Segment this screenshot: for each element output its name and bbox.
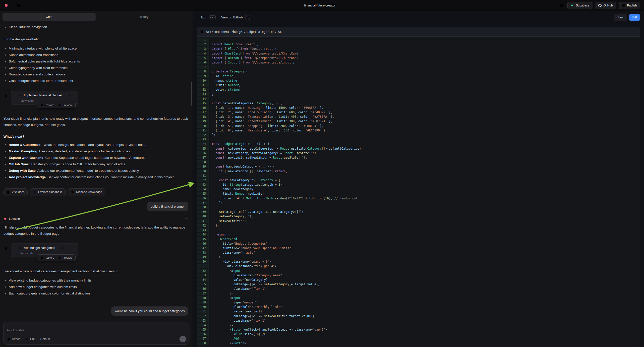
project-name: financial-future-creator <box>304 4 335 7</box>
list-item: GitHub Sync: Transfer your project’s cod… <box>9 161 188 168</box>
code-icon <box>18 246 22 250</box>
publish-label: Publish <box>627 4 637 7</box>
project-menu[interactable]: financial-future-creator <box>304 4 340 7</box>
supabase-icon <box>570 4 574 7</box>
assistant-message-header: Lovable <box>4 217 188 220</box>
settings-button[interactable] <box>559 2 565 8</box>
code-line: 41 setNewLimit(''); <box>197 219 640 223</box>
code-line: 58 <Input <box>197 296 640 300</box>
preview-button[interactable]: Preview <box>56 256 74 260</box>
code-line: 33 id: String(categories.length + 1), <box>197 182 640 187</box>
visit-docs-button[interactable]: Visit docs <box>4 188 28 196</box>
code-line: 43 <box>197 228 640 232</box>
code-line: 39 setCategories([...categories, newCate… <box>197 210 640 214</box>
code-line: 35 limit: Number(newLimit), <box>197 192 640 196</box>
attach-button[interactable]: Attach <box>7 337 21 341</box>
sidebar-toggle-button[interactable] <box>16 2 22 8</box>
lovable-logo-menu[interactable] <box>4 3 12 8</box>
view-on-github-link[interactable]: View on GitHub <box>221 16 243 19</box>
exit-button[interactable]: Exit <box>197 16 206 19</box>
tag-icon <box>71 191 74 194</box>
chevron-up-icon <box>632 30 636 34</box>
code-line: 49 > <box>197 255 640 260</box>
tab-history[interactable]: History <box>97 13 190 21</box>
list-item: Add new budget categories with custom li… <box>9 284 188 290</box>
code-line: 36 color: '#' + Math.floor(Math.random()… <box>197 196 640 201</box>
diff-toggle-button[interactable]: Diff <box>629 14 640 21</box>
attach-label: Attach <box>12 337 20 341</box>
action-card-add-budget-categories[interactable]: Add budget categories View code Restore <box>11 243 78 258</box>
list-item: Glass-morphic elements for a premium fee… <box>9 78 188 84</box>
code-line: 48 className="h-auto" <box>197 250 640 255</box>
bookmark-icon <box>4 247 8 250</box>
mode-selector[interactable]: Default <box>40 337 55 341</box>
explore-supabase-button[interactable]: Explore Supabase <box>30 188 66 196</box>
github-button[interactable]: GitHub <box>595 2 616 9</box>
restore-button[interactable]: Restore <box>38 256 56 260</box>
list-item: View existing budget categories with the… <box>9 277 188 284</box>
composer: Attach Edit Default <box>3 322 190 344</box>
action-card-title: Add budget categories <box>24 246 55 250</box>
code-line: 65 <Button onClick={handleAddCategory} c… <box>197 327 640 332</box>
bookmark-button[interactable] <box>4 246 8 251</box>
code-line: 56 className="flex-1" <box>197 286 640 291</box>
gear-icon <box>560 3 564 8</box>
explore-supabase-label: Explore Supabase <box>38 190 62 194</box>
preview-button[interactable]: Preview <box>56 103 74 107</box>
raw-toggle-button[interactable]: Raw <box>614 14 626 21</box>
external-link-icon <box>245 15 250 20</box>
code-line: 28 <box>197 160 640 164</box>
code-line: 20 { id: '5', name: 'Shopping', limit: 2… <box>197 124 640 128</box>
view-code-link[interactable]: View code <box>20 252 34 255</box>
code-line: 46 title="Budget Categories" <box>197 241 640 246</box>
collapse-file-button[interactable] <box>632 30 636 34</box>
code-line: 27 const [newLimit, setNewLimit] = React… <box>197 155 640 160</box>
code-line: 11 limit: number; <box>197 83 640 87</box>
chevron-left-icon <box>197 16 200 19</box>
send-button[interactable] <box>180 336 186 342</box>
user-message-row: would be cool if you could add budget ca… <box>4 300 188 316</box>
view-code-link[interactable]: View code <box>20 99 34 102</box>
list-item: Master Prompting: Use clear, detailed, a… <box>9 148 188 154</box>
code-line: 23 <box>197 137 640 142</box>
list-item: Debug with Ease: Activate our experiment… <box>9 168 188 174</box>
chat-input[interactable] <box>7 324 186 336</box>
edit-button[interactable]: Edit <box>25 337 36 341</box>
pencil-icon <box>26 338 29 341</box>
code-line: 60 placeholder="Monthly limit" <box>197 305 640 309</box>
whats-next-heading: What’s next? <box>4 134 188 140</box>
code-line: 68 </Button> <box>197 341 640 346</box>
tab-chat[interactable]: Chat <box>2 13 96 21</box>
restore-icon <box>40 104 43 106</box>
code-line: 22]; <box>197 133 640 137</box>
chat-panel: Chat History Clean, intuitive navigation… <box>0 11 193 347</box>
code-line: 2import React from 'react'; <box>197 42 640 46</box>
globe-icon <box>622 4 625 7</box>
file-header[interactable]: src/components/budget/BudgetCategories.t… <box>197 27 640 36</box>
github-label: GitHub <box>604 4 613 7</box>
action-card-implement-planner[interactable]: Implement financial planner View code Re… <box>11 90 78 105</box>
code-line: 42 }; <box>197 223 640 228</box>
manage-knowledge-label: Manage knowledge <box>76 190 102 194</box>
code-line: 7 <box>197 65 640 69</box>
file-icon <box>200 30 204 34</box>
chat-tabbar: Chat History <box>0 11 193 22</box>
message-menu-button[interactable] <box>185 217 188 220</box>
manage-knowledge-button[interactable]: Manage knowledge <box>68 188 105 196</box>
code-line: 6import { Input } from '@/components/ui/… <box>197 60 640 65</box>
code-line: 52 <Input <box>197 268 640 273</box>
chat-message-list[interactable]: Clean, intuitive navigation For the desi… <box>0 22 193 320</box>
scrollbar-thumb[interactable] <box>191 82 192 106</box>
edit-label: Edit <box>30 337 35 341</box>
code-line: 10 name: string; <box>197 78 640 83</box>
publish-button[interactable]: Publish <box>618 2 640 9</box>
restore-button[interactable]: Restore <box>38 103 56 107</box>
list-item: Clean, intuitive navigation <box>9 24 188 30</box>
supabase-button[interactable]: Supabase <box>567 2 592 9</box>
bookmark-button[interactable] <box>4 94 8 98</box>
code-line: 16 { id: '1', name: 'Housing', limit: 15… <box>197 106 640 110</box>
code-line: 19 { id: '4', name: 'Entertainment', lim… <box>197 119 640 124</box>
code-line: 40 setNewCategory(''); <box>197 214 640 218</box>
assistant-action-row: Add budget categories View code Restore <box>4 243 188 258</box>
code-line: 31 <box>197 174 640 178</box>
